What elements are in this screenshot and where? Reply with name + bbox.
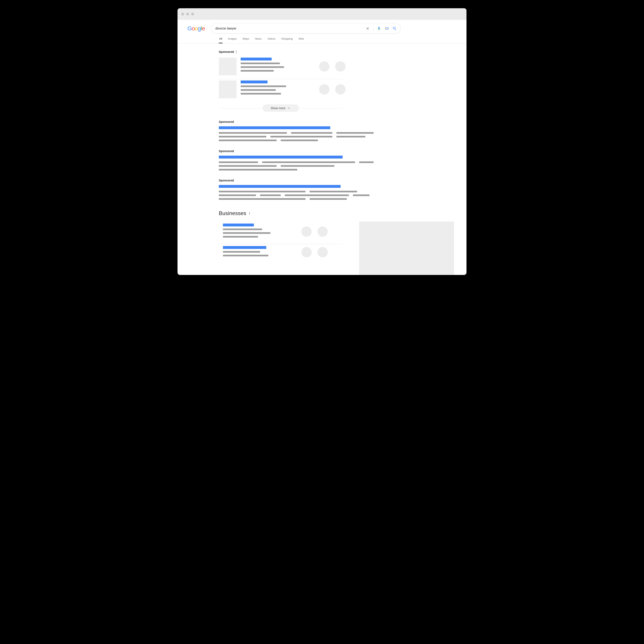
- result-line-placeholder: [241, 85, 286, 87]
- results-content: Sponsored: [178, 44, 466, 275]
- businesses-section: Businesses: [219, 210, 466, 263]
- business-line-placeholder: [223, 255, 268, 256]
- traffic-light-minimize[interactable]: [186, 13, 189, 15]
- svg-point-1: [387, 28, 387, 29]
- traffic-light-close[interactable]: [181, 13, 184, 15]
- business-name-placeholder: [223, 224, 254, 226]
- svg-rect-2: [385, 28, 386, 29]
- result-line-placeholder: [241, 63, 280, 64]
- business-text: [223, 246, 285, 258]
- tab-maps[interactable]: Maps: [242, 37, 250, 43]
- business-line-placeholder: [223, 236, 258, 238]
- search-header: Google: [178, 20, 466, 33]
- action-button[interactable]: [301, 247, 312, 257]
- business-result[interactable]: [219, 221, 343, 244]
- action-buttons: [301, 247, 328, 257]
- search-tabs: All Images Maps News Videos Shopping Web: [178, 33, 466, 44]
- result-thumbnail: [219, 58, 237, 75]
- result-title-placeholder: [219, 126, 330, 129]
- sponsored-result-card[interactable]: [219, 56, 466, 79]
- sponsored-text-result[interactable]: Sponsored: [219, 120, 376, 141]
- result-title-placeholder: [219, 185, 341, 188]
- action-button[interactable]: [317, 247, 328, 257]
- business-line-placeholder: [223, 251, 260, 253]
- result-title-placeholder: [241, 58, 272, 60]
- businesses-label-text: Businesses: [219, 210, 246, 217]
- result-text: [241, 81, 303, 98]
- result-snippet: [219, 161, 376, 170]
- tab-images[interactable]: Images: [227, 37, 237, 43]
- browser-titlebar: [178, 8, 466, 20]
- sponsored-label: Sponsored: [219, 120, 376, 123]
- result-snippet: [219, 132, 376, 141]
- sponsored-text-result[interactable]: Sponsored: [219, 179, 376, 200]
- action-buttons: [319, 84, 346, 95]
- more-options-icon[interactable]: [236, 51, 237, 53]
- show-more-label: Show more: [271, 107, 285, 110]
- result-line-placeholder: [241, 93, 281, 95]
- action-button[interactable]: [317, 226, 328, 237]
- sponsored-label: Sponsored: [219, 149, 376, 153]
- voice-search-icon[interactable]: [377, 26, 381, 31]
- logo-letter: g: [198, 25, 201, 32]
- action-button[interactable]: [335, 84, 346, 95]
- logo-letter: G: [187, 25, 192, 32]
- sponsored-section-label: Sponsored: [219, 50, 466, 53]
- show-more-button[interactable]: Show more: [263, 104, 299, 112]
- search-icon-group: [365, 26, 397, 31]
- more-options-icon[interactable]: [249, 212, 250, 215]
- business-result[interactable]: [219, 244, 343, 263]
- result-title-placeholder: [241, 81, 268, 83]
- clear-icon[interactable]: [365, 26, 370, 31]
- business-line-placeholder: [223, 228, 262, 230]
- sponsored-result-card[interactable]: [219, 79, 466, 102]
- sponsored-text-result[interactable]: Sponsored: [219, 149, 376, 170]
- action-button[interactable]: [319, 84, 329, 95]
- browser-window: Google All Images Ma: [178, 8, 466, 275]
- action-button[interactable]: [319, 61, 329, 72]
- google-logo[interactable]: Google: [187, 25, 205, 32]
- svg-rect-3: [388, 28, 389, 29]
- result-line-placeholder: [241, 66, 284, 68]
- result-thumbnail: [219, 81, 237, 98]
- result-line-placeholder: [241, 89, 276, 91]
- sponsored-label-text: Sponsored: [219, 149, 234, 153]
- logo-letter: o: [195, 25, 198, 32]
- image-search-icon[interactable]: [385, 26, 389, 31]
- action-button[interactable]: [301, 226, 312, 237]
- action-buttons: [319, 61, 346, 72]
- result-title-placeholder: [219, 156, 343, 159]
- map-placeholder[interactable]: [359, 221, 454, 275]
- action-buttons: [301, 226, 328, 237]
- show-more-row: Show more: [219, 104, 343, 112]
- logo-letter: e: [202, 25, 205, 32]
- chevron-down-icon: [287, 107, 291, 110]
- tab-videos[interactable]: Videos: [267, 37, 276, 43]
- tab-shopping[interactable]: Shopping: [281, 37, 293, 43]
- result-line-placeholder: [241, 70, 274, 72]
- businesses-heading: Businesses: [219, 210, 466, 217]
- tab-web[interactable]: Web: [298, 37, 304, 43]
- sponsored-label-text: Sponsored: [219, 179, 234, 182]
- business-text: [223, 224, 285, 240]
- traffic-light-maximize[interactable]: [191, 13, 194, 15]
- tab-all[interactable]: All: [219, 37, 223, 43]
- business-name-placeholder: [223, 246, 266, 249]
- business-line-placeholder: [223, 232, 270, 234]
- search-input[interactable]: [215, 27, 365, 30]
- tab-news[interactable]: News: [255, 37, 262, 43]
- sponsored-label-text: Sponsored: [219, 50, 234, 53]
- search-icon[interactable]: [392, 26, 397, 31]
- action-button[interactable]: [335, 61, 346, 72]
- sponsored-label-text: Sponsored: [219, 120, 234, 123]
- logo-letter: o: [192, 25, 195, 32]
- result-snippet: [219, 191, 376, 200]
- search-bar[interactable]: [211, 24, 401, 33]
- sponsored-label: Sponsored: [219, 179, 376, 182]
- result-text: [241, 58, 303, 75]
